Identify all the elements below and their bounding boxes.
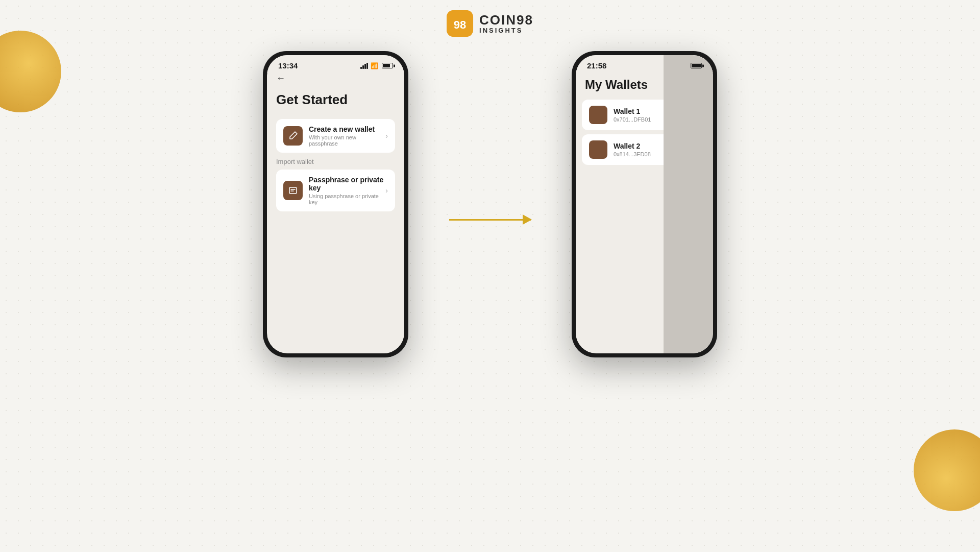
- phone1-inner: 13:34 📶 ←: [267, 55, 404, 353]
- arrow-container: [449, 219, 531, 221]
- create-wallet-icon: [283, 126, 303, 146]
- phone2: 21:58 📶 My Wallets +: [572, 51, 717, 357]
- back-button[interactable]: ←: [276, 73, 395, 84]
- phone2-battery-icon: [691, 63, 702, 68]
- battery-icon: [382, 63, 393, 68]
- phone1-page-title: Get Started: [276, 92, 395, 108]
- signal-icon: [360, 63, 368, 69]
- phone2-page-title: My Wallets: [585, 78, 648, 92]
- transition-arrow: [449, 219, 531, 221]
- create-wallet-subtitle: With your own new passphrase: [309, 134, 385, 147]
- phone1-status-bar: 13:34 📶: [267, 55, 404, 73]
- logo-insights-label: INSIGHTS: [479, 27, 533, 34]
- deco-circle-left: [0, 31, 61, 112]
- wallet2-name: Wallet 2: [614, 142, 671, 150]
- create-wallet-item[interactable]: Create a new wallet With your own new pa…: [276, 119, 395, 153]
- passphrase-subtitle: Using passphrase or private key: [309, 193, 385, 205]
- svg-text:98: 98: [454, 18, 466, 31]
- phone2-inner: 21:58 📶 My Wallets +: [576, 55, 713, 353]
- wallet1-name: Wallet 1: [614, 107, 671, 115]
- phone2-time: 21:58: [587, 61, 606, 70]
- passphrase-item[interactable]: Passphrase or private key Using passphra…: [276, 170, 395, 211]
- import-section-label: Import wallet: [276, 158, 395, 165]
- svg-rect-2: [289, 187, 297, 194]
- deco-circle-right: [914, 429, 980, 511]
- phone2-right-panel: [664, 55, 713, 353]
- phone1-time: 13:34: [278, 61, 298, 70]
- phones-container: 13:34 📶 ←: [263, 51, 717, 357]
- logo-coin98-label: COIN98: [479, 13, 533, 28]
- passphrase-icon: [283, 181, 303, 200]
- passphrase-title: Passphrase or private key: [309, 176, 385, 192]
- create-wallet-chevron: ›: [385, 132, 388, 140]
- phone1-status-icons: 📶: [360, 62, 393, 69]
- create-wallet-text: Create a new wallet With your own new pa…: [309, 125, 385, 147]
- passphrase-chevron: ›: [385, 186, 388, 195]
- wallet1-address: 0x701...DFB01: [614, 116, 671, 123]
- phone1: 13:34 📶 ←: [263, 51, 408, 357]
- phone1-content: ← Get Started Create a new wallet With y…: [267, 73, 404, 211]
- wallet1-info: Wallet 1 0x701...DFB01: [614, 107, 671, 123]
- logo-text: COIN98 INSIGHTS: [479, 13, 533, 35]
- wallet2-info: Wallet 2 0x814...3ED08: [614, 142, 671, 157]
- back-icon: ←: [276, 73, 285, 84]
- wallet1-avatar: [589, 106, 607, 124]
- logo-container: 98 COIN98 INSIGHTS: [447, 10, 533, 37]
- logo-icon: 98: [447, 10, 473, 37]
- wallet2-address: 0x814...3ED08: [614, 151, 671, 157]
- create-wallet-title: Create a new wallet: [309, 125, 385, 133]
- wallet2-avatar: [589, 140, 607, 159]
- passphrase-text: Passphrase or private key Using passphra…: [309, 176, 385, 205]
- wifi-icon: 📶: [371, 62, 378, 69]
